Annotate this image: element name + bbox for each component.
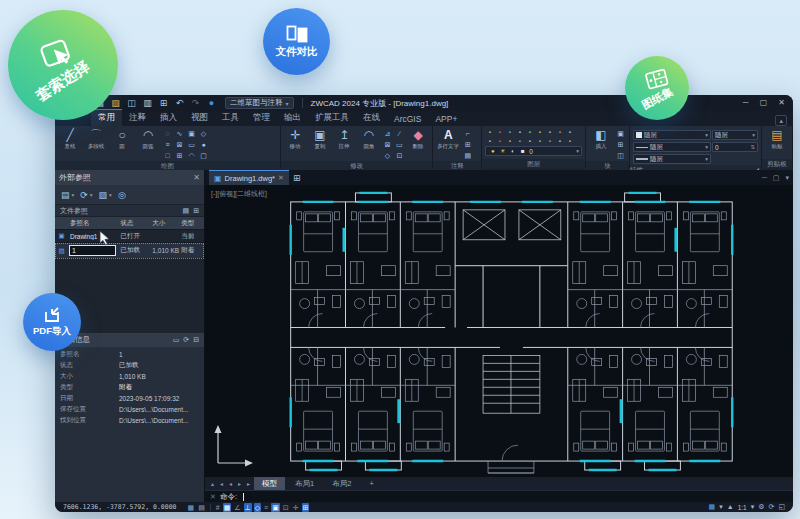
layout-nav-prev2-icon[interactable]: ◂	[227, 480, 234, 487]
document-tab[interactable]: ▣ Drawing1.dwg* ✕	[209, 170, 289, 185]
otrack-toggle[interactable]: ▣	[271, 503, 280, 512]
layer-tool-icon[interactable]: ▪	[565, 137, 574, 145]
layout-nav-last-icon[interactable]: ▸	[245, 480, 252, 487]
ribbon-collapse-button[interactable]: ▴	[775, 115, 787, 126]
tab-arcgis[interactable]: ArcGIS	[387, 112, 428, 126]
mtext-button[interactable]: A多行文字	[436, 128, 460, 151]
modify-tool-icon[interactable]: ∕	[394, 129, 405, 139]
layout-nav-next-icon[interactable]: ▸	[236, 480, 243, 487]
draw-tool-icon[interactable]: ⊠	[174, 140, 185, 150]
draw-tool-icon[interactable]: ▭	[186, 140, 197, 150]
annotation-scale-icon[interactable]: ▲	[727, 502, 734, 512]
model-space-icon[interactable]: ▦	[187, 503, 196, 512]
layer-tool-icon[interactable]: ▪	[495, 137, 504, 145]
tab-annotate[interactable]: 注释	[122, 110, 153, 126]
settings-gear-icon[interactable]: ⚙	[758, 502, 764, 512]
tab-tools[interactable]: 工具	[215, 110, 246, 126]
column-size[interactable]: 大小	[150, 219, 179, 228]
doc-menu-icon[interactable]: ▾	[785, 173, 789, 183]
polyline-button[interactable]: ⌒多段线	[84, 128, 108, 151]
save-icon[interactable]: ◫	[125, 96, 138, 110]
paper-space-icon[interactable]: ▤	[197, 503, 206, 512]
list-view-icon[interactable]: ▤	[183, 206, 190, 216]
layer-tool-icon[interactable]: ▪	[505, 137, 514, 145]
tab-home[interactable]: 常用	[91, 109, 122, 126]
doc-minimize-icon[interactable]: ─	[762, 173, 767, 183]
open-file-icon[interactable]: ▨	[109, 96, 122, 110]
insert-block-button[interactable]: ◧插入	[589, 128, 613, 151]
draw-tool-icon[interactable]: ⊞	[174, 151, 185, 161]
modify-tool-icon[interactable]: ⊠	[382, 140, 393, 150]
tab-insert[interactable]: 插入	[153, 110, 184, 126]
panel-label-draw[interactable]: 绘图	[55, 161, 280, 170]
draw-tool-icon[interactable]: □	[162, 151, 173, 161]
sync-icon[interactable]: ⟳	[769, 502, 775, 512]
column-status[interactable]: 状态	[119, 219, 151, 228]
new-tab-button[interactable]: ⊞	[293, 173, 301, 183]
table-row[interactable]: ▣ Drawing1 已打开 当前	[55, 230, 204, 243]
tab-layout1[interactable]: 布局1	[287, 477, 322, 490]
crosshair-toggle[interactable]: ✛	[292, 503, 300, 512]
lineweight-dropdown[interactable]: 随层▾	[633, 154, 711, 164]
ortho-toggle[interactable]: ⊥	[244, 503, 252, 512]
modify-tool-icon[interactable]: ◇	[382, 151, 393, 161]
draw-tool-icon[interactable]: ◌	[162, 129, 173, 139]
command-line[interactable]: ✕ 命令:	[205, 490, 793, 502]
annotate-tool-icon[interactable]: ▤	[462, 151, 473, 161]
draw-tool-icon[interactable]: ◇	[198, 129, 209, 139]
tab-app-plus[interactable]: APP+	[428, 112, 464, 126]
erase-button[interactable]: ◆删除	[407, 128, 429, 151]
layer-lock-icon[interactable]: ◐	[508, 147, 517, 155]
drawing-area[interactable]: ▣ Drawing1.dwg* ✕ ⊞ ─ ▢ ▾ [-][俯视][二维线框]	[205, 170, 793, 477]
layer-tool-icon[interactable]: ▪	[495, 128, 504, 136]
move-button[interactable]: ✛移动	[284, 128, 306, 151]
layer-tool-icon[interactable]: ▪	[505, 128, 514, 136]
collapse-details-icon[interactable]: ⊟	[193, 335, 199, 345]
badge-pdf-import[interactable]: PDF导入	[23, 293, 81, 351]
tab-manage[interactable]: 管理	[246, 110, 277, 126]
grid-toggle[interactable]: #	[215, 503, 221, 512]
close-icon[interactable]: ✕	[210, 493, 216, 501]
layer-tool-icon[interactable]: ▪	[545, 137, 554, 145]
layer-tool-icon[interactable]: ▪	[555, 128, 564, 136]
online-icon[interactable]: ●	[205, 96, 218, 110]
draw-tool-icon[interactable]: ▢	[198, 151, 209, 161]
draw-tool-icon[interactable]: ≡	[162, 140, 173, 150]
copy-button[interactable]: ▣复制	[309, 128, 331, 151]
layer-on-icon[interactable]: ●	[488, 147, 497, 155]
arc-button[interactable]: ◠圆弧	[136, 128, 160, 151]
dyn-input-toggle[interactable]: ⊡	[282, 503, 290, 512]
close-icon[interactable]: ✕	[193, 173, 200, 182]
polar-toggle[interactable]: ∠	[233, 503, 241, 512]
layer-tool-icon[interactable]: ▪	[525, 137, 534, 145]
layer-tool-icon[interactable]: ▪	[545, 128, 554, 136]
snap-toggle[interactable]: ▦	[223, 503, 232, 512]
minimize-button[interactable]: ─	[738, 96, 753, 110]
save-path-icon[interactable]: ▭	[173, 335, 180, 345]
modify-tool-icon[interactable]: ▭	[394, 140, 405, 150]
linetype-dropdown[interactable]: 随层▾	[633, 142, 711, 152]
column-ref-name[interactable]: 参照名	[68, 219, 119, 228]
annotation-scale-value[interactable]: 1:1	[738, 504, 747, 511]
layout-nav-first-icon[interactable]: ▴	[209, 480, 216, 487]
badge-lasso-select[interactable]: 套索选择	[8, 10, 118, 120]
column-type[interactable]: 类型	[179, 219, 204, 228]
color-dropdown[interactable]: 随层▾	[633, 130, 711, 140]
chevron-down-icon[interactable]: ▾	[719, 502, 723, 512]
osnap-toggle[interactable]: ◇	[254, 503, 261, 512]
xref-palette-header[interactable]: 外部参照 ✕	[55, 170, 204, 185]
tab-model[interactable]: 模型	[254, 477, 285, 490]
layer-dropdown[interactable]: ●☀◐■ 0 ▾	[485, 146, 582, 156]
layer-tool-icon[interactable]: ▪	[555, 137, 564, 145]
print-icon[interactable]: ▥	[141, 96, 154, 110]
tree-view-icon[interactable]: ⊞	[193, 206, 199, 216]
layer-tool-icon[interactable]: ▪	[485, 137, 494, 145]
block-tool-icon[interactable]: ▣	[615, 129, 626, 139]
panel-label-clipboard[interactable]: 剪贴板	[762, 159, 792, 168]
viewport-controls[interactable]: [-][俯视][二维线框]	[211, 189, 267, 199]
fillet-button[interactable]: ◠圆角	[357, 128, 379, 151]
plot-style-dropdown[interactable]: 随层▾	[712, 130, 758, 140]
refresh-details-icon[interactable]: ⟳	[183, 335, 189, 345]
draw-tool-icon[interactable]: ▣	[186, 129, 197, 139]
line-button[interactable]: ╱直线	[58, 128, 82, 151]
